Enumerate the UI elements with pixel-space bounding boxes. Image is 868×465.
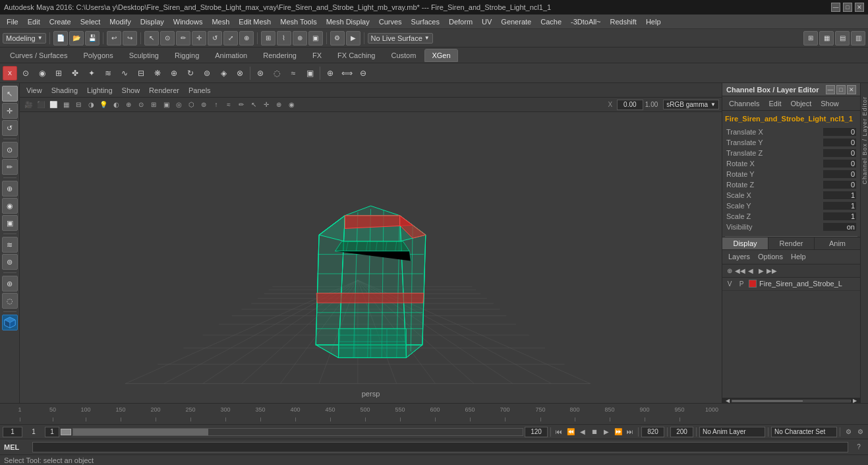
cb-menu-show[interactable]: Show [817, 98, 843, 109]
tab-fx[interactable]: FX [305, 49, 329, 62]
vp-object-btn[interactable]: ◎ [173, 99, 185, 111]
cb-close-btn[interactable]: ✕ [847, 85, 856, 94]
mirror-tool[interactable]: ⟺ [339, 65, 355, 81]
panel-layout-3[interactable]: ▥ [851, 31, 865, 46]
vp-tex-btn[interactable]: ⊚ [198, 99, 210, 111]
tab-fx-caching[interactable]: FX Caching [330, 49, 382, 62]
cb-visibility-value[interactable] [823, 223, 856, 231]
attribute-editor-strip[interactable]: Channel Box / Layer Editor [860, 83, 868, 403]
status-bar-help-icon[interactable]: ? [854, 442, 864, 452]
cb-translate-x-value[interactable] [823, 128, 856, 136]
lasso-tool[interactable]: ⊙ [160, 31, 175, 46]
menu-edit-mesh[interactable]: Edit Mesh [235, 16, 275, 27]
snap-point[interactable]: ⊕ [293, 31, 307, 46]
layer-scrollbar[interactable]: ◀ ▶ [722, 398, 860, 403]
move-tool-button[interactable]: ✛ [2, 103, 18, 119]
layer-item[interactable]: V P Fire_Siren_and_Strobe_L [722, 278, 860, 291]
menu-cache[interactable]: Cache [536, 16, 565, 27]
vp-rot-x[interactable]: X [604, 99, 616, 111]
end-frame-input[interactable] [525, 427, 548, 437]
soft-select[interactable]: ◉ [34, 65, 50, 81]
layout-options[interactable]: ⊞ [803, 31, 818, 46]
menu-uv[interactable]: UV [478, 16, 496, 27]
tweak-mode[interactable]: ✤ [67, 65, 83, 81]
vp-colorspace-dropdown[interactable]: sRGB gamma ▼ [663, 100, 719, 109]
snap-options[interactable]: ⊕ [2, 181, 18, 197]
flood-tool[interactable]: ⊛ [252, 65, 268, 81]
start-frame-input[interactable] [3, 427, 22, 437]
snap-grid[interactable]: ⊞ [261, 31, 275, 46]
layer-color-swatch[interactable] [749, 280, 757, 288]
anim-layer-field[interactable]: No Anim Layer [699, 427, 765, 437]
move-tool[interactable]: ✛ [192, 31, 206, 46]
tab-render[interactable]: Render [768, 237, 815, 249]
cb-scale-z-value[interactable] [823, 212, 856, 220]
frame-range-bar[interactable] [72, 428, 523, 436]
panel-layout-1[interactable]: ▦ [819, 31, 834, 46]
viewport-3d[interactable]: Y X Z persp [20, 112, 722, 403]
circle-select[interactable]: ⊛ [2, 276, 18, 292]
reset-transform-button[interactable]: X [3, 66, 17, 80]
mel-command-input[interactable] [32, 442, 848, 452]
layer-scroll-thumb[interactable] [732, 400, 803, 402]
snap-curve[interactable]: ⌇ [277, 31, 291, 46]
frame-range-handle[interactable] [61, 429, 71, 435]
foamy-tool[interactable]: ❋ [150, 65, 165, 81]
menu-mesh[interactable]: Mesh [208, 16, 233, 27]
vp-menu-panels[interactable]: Panels [185, 85, 215, 96]
menu-3dto-all[interactable]: -3DtoAll~ [567, 16, 605, 27]
layer-visible[interactable]: V [725, 280, 734, 288]
repeat-tool[interactable]: ↻ [183, 65, 198, 81]
vp-grid-btn[interactable]: ⊞ [148, 99, 159, 111]
vp-resolution-btn[interactable]: ⬜ [47, 99, 59, 111]
layer-playback[interactable]: P [737, 280, 746, 288]
stop-button[interactable]: ⏹ [589, 427, 600, 437]
open-file-button[interactable]: 📂 [69, 31, 84, 46]
panel-layout-2[interactable]: ▤ [835, 31, 850, 46]
char-set-options-btn[interactable]: ⚙ [855, 427, 865, 437]
viewport[interactable]: View Shading Lighting Show Renderer Pane… [20, 83, 722, 403]
cb-scale-y-value[interactable] [823, 202, 856, 210]
contour-select[interactable]: ◌ [2, 293, 18, 309]
symmetry[interactable]: ⊞ [51, 65, 67, 81]
maximize-button[interactable]: □ [843, 3, 852, 12]
menu-curves[interactable]: Curves [375, 16, 406, 27]
vp-isolate-btn[interactable]: ⊙ [135, 99, 147, 111]
vp-menu-shading[interactable]: Shading [47, 85, 82, 96]
imprint-tool[interactable]: ⊚ [199, 65, 215, 81]
layer-forward-icon[interactable]: ▶▶ [767, 266, 776, 275]
tab-display[interactable]: Display [722, 237, 768, 249]
soft-modification[interactable]: ≋ [2, 237, 18, 253]
menu-display[interactable]: Display [136, 16, 168, 27]
workspace-dropdown[interactable]: Modeling ▼ [3, 33, 46, 44]
cb-translate-z-value[interactable] [823, 149, 856, 157]
step-forward-button[interactable]: ⏩ [613, 427, 623, 437]
tab-polygons[interactable]: Polygons [76, 49, 120, 62]
wax-tool[interactable]: ◈ [216, 65, 231, 81]
cb-expand-btn[interactable]: □ [836, 85, 846, 94]
vp-rot-x-value[interactable] [617, 100, 643, 110]
char-set-field[interactable]: No Character Set [771, 427, 837, 437]
prev-frame-button[interactable]: ⏮ [554, 427, 564, 437]
cb-menu-object[interactable]: Object [786, 98, 815, 109]
tab-curves-surfaces[interactable]: Curves / Surfaces [3, 49, 74, 62]
menu-mesh-display[interactable]: Mesh Display [322, 16, 374, 27]
menu-help[interactable]: Help [642, 16, 665, 27]
vp-manip-btn[interactable]: ✛ [260, 99, 272, 111]
save-file-button[interactable]: 💾 [85, 31, 100, 46]
erase-tool[interactable]: ◌ [269, 65, 285, 81]
snap-view[interactable]: ▣ [308, 31, 323, 46]
menu-file[interactable]: File [3, 16, 22, 27]
menu-select[interactable]: Select [76, 16, 105, 27]
flatten-tool[interactable]: ⊟ [133, 65, 149, 81]
redo-button[interactable]: ↪ [123, 31, 137, 46]
paint-select[interactable]: ✏ [2, 159, 18, 175]
menu-surfaces[interactable]: Surfaces [407, 16, 444, 27]
vp-menu-renderer[interactable]: Renderer [145, 85, 183, 96]
tab-sculpting[interactable]: Sculpting [122, 49, 166, 62]
undo-button[interactable]: ↩ [107, 31, 121, 46]
playback-start-200[interactable] [670, 427, 693, 437]
step-back-button[interactable]: ⏪ [565, 427, 576, 437]
invert-mask[interactable]: ⊖ [355, 65, 371, 81]
scale-tool[interactable]: ⤢ [223, 31, 238, 46]
